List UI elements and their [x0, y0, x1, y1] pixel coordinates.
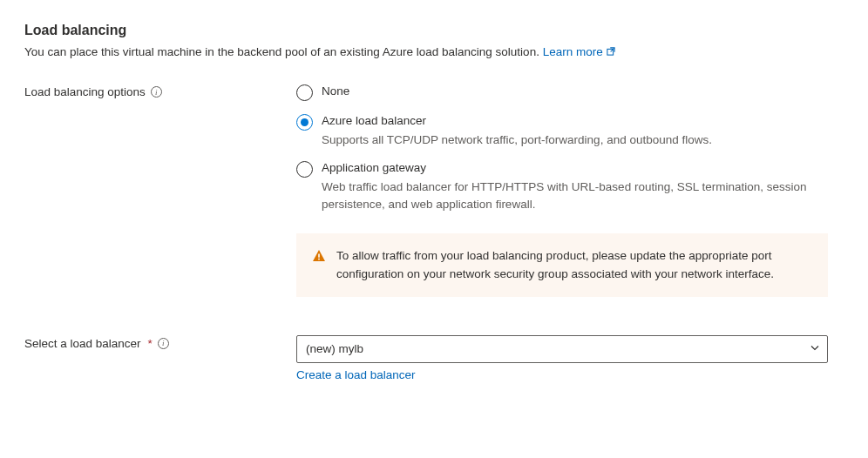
dropdown-value: (new) mylb [306, 342, 363, 355]
warning-banner: To allow traffic from your load balancin… [296, 233, 828, 297]
section-description-text: You can place this virtual machine in th… [24, 45, 539, 58]
external-link-icon [606, 46, 616, 59]
radio-label: Azure load balancer [322, 113, 828, 130]
section-title: Load balancing [24, 23, 844, 38]
radio-label: None [322, 84, 828, 100]
radio-label: Application gateway [322, 160, 828, 177]
radio-description: Web traffic load balancer for HTTP/HTTPS… [322, 178, 828, 212]
select-lb-label: Select a load balancer [24, 337, 141, 350]
options-input-col: None Azure load balancer Supports all TC… [296, 84, 828, 297]
radio-item-none[interactable]: None [296, 84, 828, 101]
info-icon[interactable]: i [151, 86, 162, 98]
select-lb-input-col: (new) mylb Create a load balancer [296, 335, 828, 381]
learn-more-link[interactable]: Learn more [543, 45, 617, 58]
radio-text: None [322, 84, 828, 100]
select-lb-label-col: Select a load balancer * i [24, 335, 296, 350]
radio-description: Supports all TCP/UDP network traffic, po… [322, 131, 828, 149]
learn-more-text: Learn more [543, 45, 603, 58]
radio-circle[interactable] [296, 84, 313, 101]
warning-message: To allow traffic from your load balancin… [336, 247, 812, 283]
required-indicator: * [148, 337, 153, 350]
chevron-down-icon [810, 342, 820, 355]
info-icon[interactable]: i [158, 338, 169, 349]
radio-text: Application gateway Web traffic load bal… [322, 160, 828, 212]
options-label-col: Load balancing options i [24, 84, 296, 98]
svg-rect-1 [318, 254, 320, 258]
select-load-balancer-row: Select a load balancer * i (new) mylb Cr… [24, 335, 844, 381]
radio-item-azure-lb[interactable]: Azure load balancer Supports all TCP/UDP… [296, 113, 828, 148]
create-load-balancer-link[interactable]: Create a load balancer [296, 368, 416, 381]
load-balancer-dropdown[interactable]: (new) mylb [296, 335, 828, 363]
svg-rect-2 [318, 259, 320, 260]
radio-circle[interactable] [296, 161, 313, 178]
warning-icon [312, 249, 326, 266]
radio-text: Azure load balancer Supports all TCP/UDP… [322, 113, 828, 148]
radio-circle[interactable] [296, 114, 313, 131]
section-description: You can place this virtual machine in th… [24, 45, 844, 59]
radio-item-app-gateway[interactable]: Application gateway Web traffic load bal… [296, 160, 828, 212]
options-label: Load balancing options [24, 85, 146, 98]
radio-group: None Azure load balancer Supports all TC… [296, 84, 828, 212]
load-balancing-options-row: Load balancing options i None Azure load… [24, 84, 844, 297]
